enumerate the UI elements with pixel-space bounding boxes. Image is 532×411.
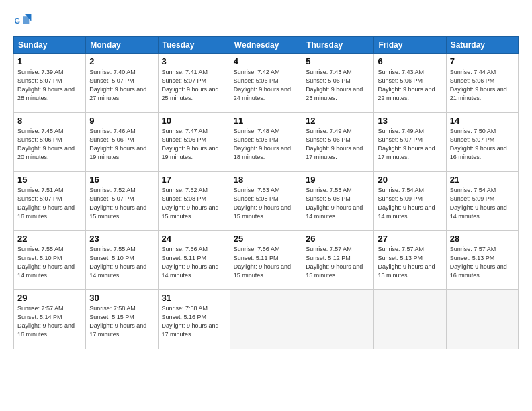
calendar-day-18: 18 Sunrise: 7:53 AMSunset: 5:08 PMDaylig… bbox=[230, 172, 302, 231]
calendar-day-30: 30 Sunrise: 7:58 AMSunset: 5:15 PMDaylig… bbox=[86, 290, 158, 349]
day-number: 7 bbox=[450, 56, 515, 66]
day-detail: Sunrise: 7:50 AMSunset: 5:07 PMDaylight:… bbox=[450, 127, 515, 162]
calendar-day-11: 11 Sunrise: 7:48 AMSunset: 5:06 PMDaylig… bbox=[230, 113, 302, 172]
day-number: 2 bbox=[89, 56, 154, 66]
day-number: 1 bbox=[17, 56, 82, 66]
calendar-day-14: 14 Sunrise: 7:50 AMSunset: 5:07 PMDaylig… bbox=[446, 113, 518, 172]
calendar-day-17: 17 Sunrise: 7:52 AMSunset: 5:08 PMDaylig… bbox=[158, 172, 230, 231]
day-detail: Sunrise: 7:42 AMSunset: 5:06 PMDaylight:… bbox=[234, 68, 298, 103]
day-detail: Sunrise: 7:51 AMSunset: 5:07 PMDaylight:… bbox=[17, 186, 82, 221]
day-number: 23 bbox=[89, 234, 154, 244]
day-number: 13 bbox=[378, 116, 442, 126]
day-number: 29 bbox=[17, 293, 82, 303]
svg-text:G: G bbox=[15, 17, 20, 25]
weekday-header-tuesday: Tuesday bbox=[158, 37, 230, 54]
day-detail: Sunrise: 7:53 AMSunset: 5:08 PMDaylight:… bbox=[306, 186, 370, 221]
day-detail: Sunrise: 7:54 AMSunset: 5:09 PMDaylight:… bbox=[378, 186, 442, 221]
day-number: 11 bbox=[234, 116, 298, 126]
calendar-day-12: 12 Sunrise: 7:49 AMSunset: 5:06 PMDaylig… bbox=[302, 113, 374, 172]
calendar-day-26: 26 Sunrise: 7:57 AMSunset: 5:12 PMDaylig… bbox=[302, 231, 374, 290]
day-number: 18 bbox=[234, 175, 298, 185]
calendar-day-16: 16 Sunrise: 7:52 AMSunset: 5:07 PMDaylig… bbox=[86, 172, 158, 231]
empty-cell bbox=[446, 290, 518, 349]
day-detail: Sunrise: 7:39 AMSunset: 5:07 PMDaylight:… bbox=[17, 68, 82, 103]
calendar-day-31: 31 Sunrise: 7:58 AMSunset: 5:16 PMDaylig… bbox=[158, 290, 230, 349]
calendar-day-13: 13 Sunrise: 7:49 AMSunset: 5:07 PMDaylig… bbox=[374, 113, 446, 172]
calendar-day-28: 28 Sunrise: 7:57 AMSunset: 5:13 PMDaylig… bbox=[446, 231, 518, 290]
day-number: 14 bbox=[450, 116, 515, 126]
day-detail: Sunrise: 7:55 AMSunset: 5:10 PMDaylight:… bbox=[89, 245, 154, 280]
empty-cell bbox=[374, 290, 446, 349]
day-detail: Sunrise: 7:43 AMSunset: 5:06 PMDaylight:… bbox=[306, 68, 370, 103]
calendar-day-4: 4 Sunrise: 7:42 AMSunset: 5:06 PMDayligh… bbox=[230, 54, 302, 113]
weekday-header-wednesday: Wednesday bbox=[230, 37, 302, 54]
day-number: 10 bbox=[162, 116, 226, 126]
day-number: 27 bbox=[378, 234, 442, 244]
calendar-day-29: 29 Sunrise: 7:57 AMSunset: 5:14 PMDaylig… bbox=[14, 290, 86, 349]
day-number: 17 bbox=[162, 175, 226, 185]
day-number: 26 bbox=[306, 234, 370, 244]
day-detail: Sunrise: 7:49 AMSunset: 5:07 PMDaylight:… bbox=[378, 127, 442, 162]
day-detail: Sunrise: 7:45 AMSunset: 5:06 PMDaylight:… bbox=[17, 127, 82, 162]
day-detail: Sunrise: 7:52 AMSunset: 5:07 PMDaylight:… bbox=[89, 186, 154, 221]
calendar-day-20: 20 Sunrise: 7:54 AMSunset: 5:09 PMDaylig… bbox=[374, 172, 446, 231]
day-detail: Sunrise: 7:57 AMSunset: 5:12 PMDaylight:… bbox=[306, 245, 370, 280]
day-detail: Sunrise: 7:47 AMSunset: 5:06 PMDaylight:… bbox=[162, 127, 226, 162]
calendar-day-2: 2 Sunrise: 7:40 AMSunset: 5:07 PMDayligh… bbox=[86, 54, 158, 113]
day-number: 22 bbox=[17, 234, 82, 244]
day-detail: Sunrise: 7:44 AMSunset: 5:06 PMDaylight:… bbox=[450, 68, 515, 103]
calendar-day-21: 21 Sunrise: 7:54 AMSunset: 5:09 PMDaylig… bbox=[446, 172, 518, 231]
calendar-day-22: 22 Sunrise: 7:55 AMSunset: 5:10 PMDaylig… bbox=[14, 231, 86, 290]
day-number: 6 bbox=[378, 56, 442, 66]
empty-cell bbox=[230, 290, 302, 349]
day-detail: Sunrise: 7:40 AMSunset: 5:07 PMDaylight:… bbox=[89, 68, 154, 103]
day-number: 19 bbox=[306, 175, 370, 185]
calendar-day-3: 3 Sunrise: 7:41 AMSunset: 5:07 PMDayligh… bbox=[158, 54, 230, 113]
day-number: 28 bbox=[450, 234, 515, 244]
logo-icon: G bbox=[13, 12, 32, 31]
calendar-day-27: 27 Sunrise: 7:57 AMSunset: 5:13 PMDaylig… bbox=[374, 231, 446, 290]
day-detail: Sunrise: 7:57 AMSunset: 5:13 PMDaylight:… bbox=[378, 245, 442, 280]
calendar-day-15: 15 Sunrise: 7:51 AMSunset: 5:07 PMDaylig… bbox=[14, 172, 86, 231]
calendar-day-10: 10 Sunrise: 7:47 AMSunset: 5:06 PMDaylig… bbox=[158, 113, 230, 172]
day-detail: Sunrise: 7:57 AMSunset: 5:13 PMDaylight:… bbox=[450, 245, 515, 280]
day-number: 12 bbox=[306, 116, 370, 126]
calendar-day-1: 1 Sunrise: 7:39 AMSunset: 5:07 PMDayligh… bbox=[14, 54, 86, 113]
calendar-day-23: 23 Sunrise: 7:55 AMSunset: 5:10 PMDaylig… bbox=[86, 231, 158, 290]
day-detail: Sunrise: 7:57 AMSunset: 5:14 PMDaylight:… bbox=[17, 304, 82, 339]
day-number: 9 bbox=[89, 116, 154, 126]
day-detail: Sunrise: 7:52 AMSunset: 5:08 PMDaylight:… bbox=[162, 186, 226, 221]
day-detail: Sunrise: 7:53 AMSunset: 5:08 PMDaylight:… bbox=[234, 186, 298, 221]
day-detail: Sunrise: 7:58 AMSunset: 5:15 PMDaylight:… bbox=[89, 304, 154, 339]
day-number: 24 bbox=[162, 234, 226, 244]
day-number: 8 bbox=[17, 116, 82, 126]
logo: G bbox=[13, 12, 35, 31]
day-detail: Sunrise: 7:49 AMSunset: 5:06 PMDaylight:… bbox=[306, 127, 370, 162]
calendar-day-24: 24 Sunrise: 7:56 AMSunset: 5:11 PMDaylig… bbox=[158, 231, 230, 290]
day-detail: Sunrise: 7:56 AMSunset: 5:11 PMDaylight:… bbox=[162, 245, 226, 280]
calendar-day-19: 19 Sunrise: 7:53 AMSunset: 5:08 PMDaylig… bbox=[302, 172, 374, 231]
day-detail: Sunrise: 7:48 AMSunset: 5:06 PMDaylight:… bbox=[234, 127, 298, 162]
day-number: 25 bbox=[234, 234, 298, 244]
empty-cell bbox=[302, 290, 374, 349]
calendar-day-25: 25 Sunrise: 7:56 AMSunset: 5:11 PMDaylig… bbox=[230, 231, 302, 290]
day-number: 20 bbox=[378, 175, 442, 185]
day-number: 15 bbox=[17, 175, 82, 185]
day-detail: Sunrise: 7:55 AMSunset: 5:10 PMDaylight:… bbox=[17, 245, 82, 280]
calendar-day-9: 9 Sunrise: 7:46 AMSunset: 5:06 PMDayligh… bbox=[86, 113, 158, 172]
day-number: 21 bbox=[450, 175, 515, 185]
day-number: 5 bbox=[306, 56, 370, 66]
day-detail: Sunrise: 7:46 AMSunset: 5:06 PMDaylight:… bbox=[89, 127, 154, 162]
day-detail: Sunrise: 7:54 AMSunset: 5:09 PMDaylight:… bbox=[450, 186, 515, 221]
calendar-day-8: 8 Sunrise: 7:45 AMSunset: 5:06 PMDayligh… bbox=[14, 113, 86, 172]
calendar-table: SundayMondayTuesdayWednesdayThursdayFrid… bbox=[13, 36, 519, 349]
calendar-day-5: 5 Sunrise: 7:43 AMSunset: 5:06 PMDayligh… bbox=[302, 54, 374, 113]
day-number: 4 bbox=[234, 56, 298, 66]
weekday-header-sunday: Sunday bbox=[14, 37, 86, 54]
day-detail: Sunrise: 7:43 AMSunset: 5:06 PMDaylight:… bbox=[378, 68, 442, 103]
day-detail: Sunrise: 7:58 AMSunset: 5:16 PMDaylight:… bbox=[162, 304, 226, 339]
weekday-header-monday: Monday bbox=[86, 37, 158, 54]
day-number: 30 bbox=[89, 293, 154, 303]
calendar-day-7: 7 Sunrise: 7:44 AMSunset: 5:06 PMDayligh… bbox=[446, 54, 518, 113]
day-detail: Sunrise: 7:56 AMSunset: 5:11 PMDaylight:… bbox=[234, 245, 298, 280]
